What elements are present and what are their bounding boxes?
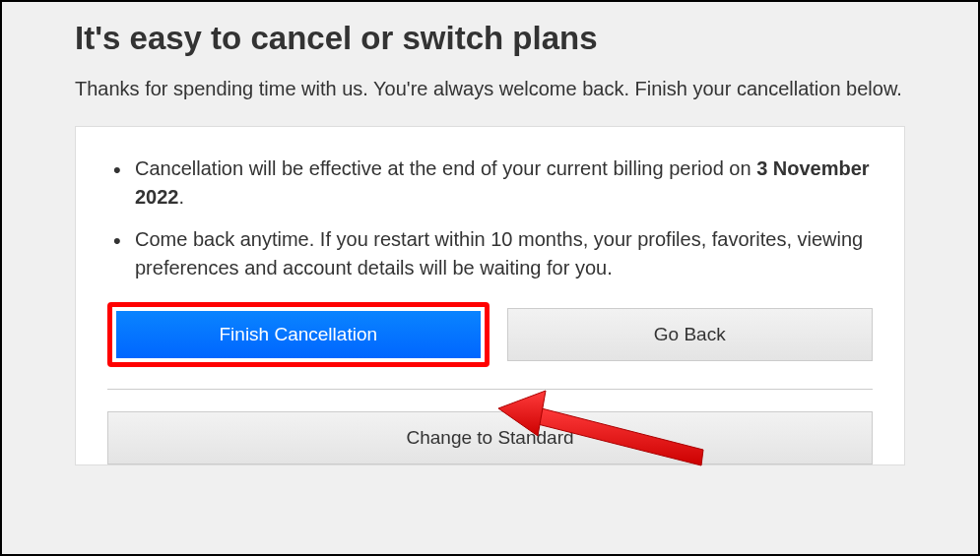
page-title: It's easy to cancel or switch plans xyxy=(75,20,905,57)
go-back-button[interactable]: Go Back xyxy=(507,308,874,361)
highlight-box: Finish Cancellation xyxy=(107,302,490,367)
list-item: Come back anytime. If you restart within… xyxy=(107,225,873,282)
bullet-text-pre: Come back anytime. If you restart within… xyxy=(135,228,863,278)
finish-cancellation-button[interactable]: Finish Cancellation xyxy=(116,311,481,358)
bullet-text-pre: Cancellation will be effective at the en… xyxy=(135,157,756,179)
info-bullets: Cancellation will be effective at the en… xyxy=(107,154,873,282)
info-card: Cancellation will be effective at the en… xyxy=(75,126,905,465)
cancel-page-container: It's easy to cancel or switch plans Than… xyxy=(2,2,978,465)
list-item: Cancellation will be effective at the en… xyxy=(107,154,873,212)
change-plan-button[interactable]: Change to Standard xyxy=(107,411,873,464)
page-subtitle: Thanks for spending time with us. You're… xyxy=(75,75,905,102)
divider xyxy=(107,389,873,390)
bullet-text-post: . xyxy=(179,186,185,208)
primary-button-row: Finish Cancellation Go Back xyxy=(107,302,873,367)
